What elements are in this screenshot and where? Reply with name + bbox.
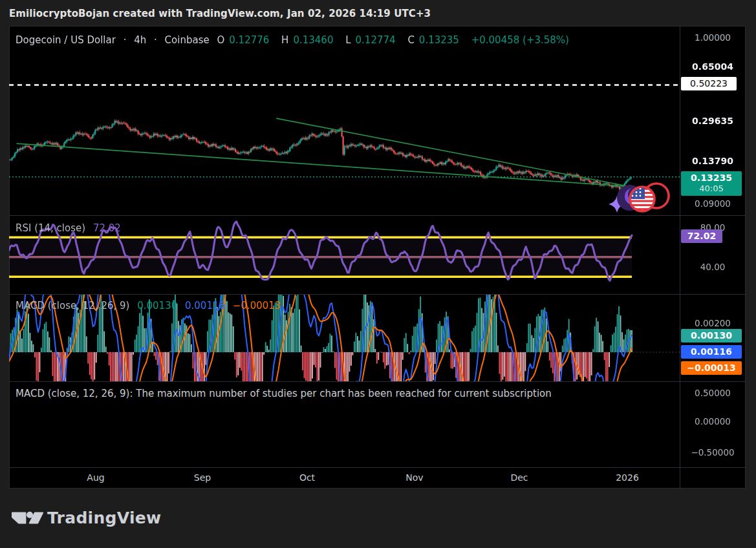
- symbol-header[interactable]: Dogecoin / US Dollar · 4h · Coinbase O0.…: [16, 34, 574, 46]
- price-pane-canvas[interactable]: [9, 26, 680, 215]
- ohlc-low: L0.12774: [345, 34, 400, 46]
- price-level-3[interactable]: 0.13790: [680, 154, 745, 167]
- exchange-label: Coinbase: [165, 34, 210, 46]
- rsi-header[interactable]: RSI (14, close) 72.02: [16, 222, 125, 234]
- macd-tick[interactable]: 0.00200: [680, 317, 745, 330]
- time-label-nov[interactable]: Nov: [394, 471, 435, 484]
- macd-line-value: 0.00116: [185, 300, 225, 311]
- price-level-2[interactable]: 0.29635: [680, 114, 745, 127]
- hline-price-label[interactable]: 0.50223: [681, 77, 737, 90]
- macd-line-badge: 0.00116: [681, 345, 742, 359]
- high-value: 0.13460: [293, 34, 333, 46]
- bar-countdown: 40:05: [681, 184, 742, 195]
- pane-separator[interactable]: [9, 381, 746, 382]
- macd-title[interactable]: MACD (close, 12, 26, 9): [16, 300, 129, 311]
- separator-dot: ·: [124, 34, 127, 46]
- tradingview-logo-text[interactable]: TradingView: [47, 509, 162, 527]
- separator-dot: ·: [154, 34, 157, 46]
- rsi-title[interactable]: RSI (14, close): [16, 222, 85, 234]
- macd-hist-value: 0.00130: [137, 300, 177, 311]
- close-value: 0.13235: [419, 34, 459, 46]
- time-label-oct[interactable]: Oct: [286, 471, 328, 484]
- time-label-sep[interactable]: Sep: [182, 471, 223, 484]
- price-tick-top[interactable]: 1.00000: [680, 31, 745, 44]
- p4-tick-3[interactable]: −0.50000: [680, 446, 745, 459]
- flag-sticker: [605, 182, 673, 217]
- tradingview-snapshot: { "titlebar": { "text": "EmiliocryptoBoj…: [0, 0, 756, 548]
- study-limit-message: MACD (close, 12, 26, 9): The maximum num…: [16, 388, 552, 399]
- tradingview-logo-icon[interactable]: [12, 510, 44, 527]
- us-flag-coin: [629, 185, 656, 213]
- low-value: 0.12774: [356, 34, 396, 46]
- close-letter: C: [407, 34, 414, 46]
- ohlc-high: H0.13460: [281, 34, 338, 46]
- time-label-2026[interactable]: 2026: [607, 471, 648, 484]
- time-axis-separator: [9, 467, 746, 468]
- p4-tick-2[interactable]: 0.00000: [680, 415, 745, 428]
- rsi-value: 72.02: [93, 222, 121, 234]
- macd-header[interactable]: MACD (close, 12, 26, 9) 0.00130 0.00116 …: [16, 300, 285, 311]
- pane-separator[interactable]: [9, 294, 746, 295]
- p4-tick-1[interactable]: 0.50000: [680, 386, 745, 399]
- time-label-aug[interactable]: Aug: [75, 471, 116, 484]
- macd-signal-value: −0.00013: [233, 300, 281, 311]
- change-value: +0.00458 (+3.58%): [471, 34, 569, 46]
- rsi-tick-40[interactable]: 40.00: [680, 260, 745, 273]
- low-letter: L: [345, 34, 351, 46]
- open-letter: O: [217, 34, 224, 46]
- last-price-badge[interactable]: 0.13235 40:05: [681, 171, 742, 196]
- price-level-1[interactable]: 0.65004: [680, 60, 745, 73]
- open-value: 0.12776: [229, 34, 269, 46]
- high-letter: H: [281, 34, 288, 46]
- macd-signal-badge: −0.00013: [681, 361, 742, 375]
- interval-label[interactable]: 4h: [134, 34, 146, 46]
- price-tick-bottom[interactable]: 0.09000: [680, 197, 745, 210]
- last-price-value: 0.13235: [681, 172, 742, 184]
- macd-hist-badge: 0.00130: [681, 329, 742, 342]
- watermark-titlebar: EmiliocryptoBojan created with TradingVi…: [9, 6, 431, 21]
- ohlc-open: O0.12776: [217, 34, 274, 46]
- rsi-value-badge: 72.02: [681, 229, 722, 243]
- time-label-dec[interactable]: Dec: [499, 471, 540, 484]
- symbol-name[interactable]: Dogecoin / US Dollar: [16, 34, 116, 46]
- ohlc-close: C0.13235: [407, 34, 464, 46]
